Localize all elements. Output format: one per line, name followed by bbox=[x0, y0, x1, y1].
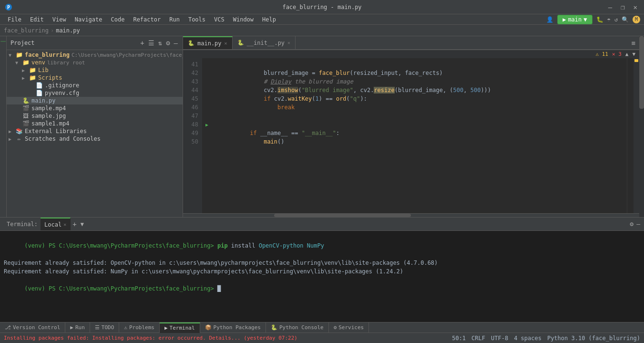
terminal-settings-icon[interactable]: ⚙ bbox=[630, 220, 634, 228]
menu-vcs[interactable]: VCS bbox=[210, 15, 228, 24]
error-badge: ✕ 3 bbox=[612, 51, 622, 57]
tree-label-face-blurring: face_blurring bbox=[25, 52, 70, 58]
menu-run[interactable]: Run bbox=[165, 15, 184, 24]
terminal-line-2: Requirement already satisfied: OpenCV-py… bbox=[4, 259, 640, 267]
python-console-icon: 🐍 bbox=[271, 324, 277, 331]
menu-file[interactable]: File bbox=[4, 15, 25, 24]
editor-tabs-menu-icon[interactable]: ≡ bbox=[632, 39, 635, 47]
tab-init-py-close[interactable]: ✕ bbox=[287, 40, 290, 45]
reload-icon[interactable]: ↺ bbox=[614, 16, 618, 23]
interpreter-info[interactable]: Python 3.10 (face_blurring) bbox=[547, 335, 640, 342]
code-line-48: if __name__ == "__main__": bbox=[215, 120, 623, 129]
terminal-content[interactable]: (venv) PS C:\Users\mwang\PycharmProjects… bbox=[0, 231, 644, 322]
editor-hscrollbar[interactable] bbox=[183, 213, 639, 217]
line-ending[interactable]: CRLF bbox=[471, 335, 485, 342]
editor-vscroll-thumb[interactable] bbox=[639, 36, 644, 109]
terminal-tab-label: Terminal: bbox=[4, 221, 41, 228]
tab-init-py[interactable]: 🐍 __init__.py ✕ bbox=[233, 36, 296, 49]
indent-info[interactable]: 4 spaces bbox=[514, 335, 542, 342]
minimap-strip bbox=[634, 58, 639, 213]
close-button[interactable]: ✕ bbox=[632, 3, 639, 11]
sidebar-collapse-icon[interactable]: ⇅ bbox=[157, 38, 163, 48]
video-file-icon: 🎬 bbox=[22, 105, 30, 112]
cursor-position: 50:1 bbox=[452, 335, 466, 342]
tab-services[interactable]: ⚙ Services bbox=[329, 322, 369, 333]
menu-tools[interactable]: Tools bbox=[184, 15, 209, 24]
prev-warning-icon[interactable]: ▲ bbox=[625, 51, 629, 57]
sidebar-settings-icon[interactable]: ⚙ bbox=[165, 38, 171, 48]
tree-item-main-py[interactable]: 🐍 main.py bbox=[7, 97, 183, 104]
tree-item-external-libraries[interactable]: ▶ 📚 External Libraries bbox=[7, 127, 183, 135]
tree-item-lib[interactable]: ▶ 📁 Lib bbox=[7, 66, 183, 74]
tab-version-control[interactable]: ⎇ Version Control bbox=[0, 322, 65, 333]
gutter-line-41 bbox=[202, 60, 212, 69]
gutter-line-46 bbox=[202, 103, 212, 112]
coverage-icon[interactable]: ☂ bbox=[607, 16, 611, 23]
menu-window[interactable]: Window bbox=[229, 15, 257, 24]
tab-run[interactable]: ▶ Run bbox=[65, 322, 90, 333]
title-bar: P face_blurring - main.py — ❐ ✕ bbox=[0, 0, 644, 14]
line-num-45: 45 bbox=[183, 94, 198, 103]
editor-vscrollbar[interactable] bbox=[639, 36, 644, 217]
menu-refactor[interactable]: Refactor bbox=[129, 15, 164, 24]
tree-item-face-blurring[interactable]: ▼ 📁 face_blurring C:\Users\mwang\Pycharm… bbox=[7, 51, 183, 59]
debug-icon[interactable]: 🐛 bbox=[596, 16, 603, 23]
tree-item-venv[interactable]: ▼ 📁 venv library root bbox=[7, 59, 183, 66]
next-warning-icon[interactable]: ▼ bbox=[632, 51, 635, 57]
tab-problems[interactable]: ⚠ Problems bbox=[119, 322, 160, 333]
right-margin-gutter bbox=[627, 58, 634, 213]
terminal-add-tab-button[interactable]: + bbox=[71, 220, 78, 228]
folder-icon: 📁 bbox=[29, 67, 36, 73]
tab-python-packages[interactable]: 📦 Python Packages bbox=[200, 322, 266, 333]
warnings-bar: ⚠ 11 ✕ 3 ▲ ▼ bbox=[183, 50, 639, 58]
editor-tabs-right: ≡ bbox=[632, 39, 639, 47]
tree-item-sample1-mp4[interactable]: 🎬 sample1.mp4 bbox=[7, 120, 183, 127]
sidebar-expand-all-icon[interactable]: ☰ bbox=[147, 38, 155, 48]
gutter-line-48[interactable]: ▶ bbox=[202, 120, 212, 129]
tab-python-console[interactable]: 🐍 Python Console bbox=[266, 322, 329, 333]
run-button[interactable]: ▶ main ▼ bbox=[557, 15, 592, 24]
menu-view[interactable]: View bbox=[49, 15, 70, 24]
tab-terminal[interactable]: ▶ Terminal bbox=[160, 322, 200, 333]
maximize-button[interactable]: ❐ bbox=[619, 3, 626, 11]
terminal-dropdown-icon[interactable]: ▼ bbox=[79, 221, 86, 228]
encoding[interactable]: UTF-8 bbox=[491, 335, 508, 342]
line-num-42: 42 bbox=[183, 69, 198, 77]
avatar[interactable]: M bbox=[633, 16, 640, 23]
sidebar-minimize-icon[interactable]: — bbox=[173, 38, 179, 48]
tree-arrow-icon: ▼ bbox=[15, 60, 22, 65]
editor-area: 🐍 main.py ✕ 🐍 __init__.py ✕ ≡ ⚠ 11 ✕ 3 ▲… bbox=[183, 36, 639, 217]
terminal-tab-local-close[interactable]: ✕ bbox=[63, 222, 66, 227]
tree-item-sample-jpg[interactable]: 🖼 sample.jpg bbox=[7, 112, 183, 120]
terminal-tab-local[interactable]: Local ✕ bbox=[41, 218, 71, 230]
tree-item-scratches[interactable]: ▶ ✏ Scratches and Consoles bbox=[7, 135, 183, 143]
editor-hscroll-thumb[interactable] bbox=[274, 214, 411, 217]
menu-edit[interactable]: Edit bbox=[26, 15, 48, 24]
tree-item-pyvenv[interactable]: 📄 pyvenv.cfg bbox=[7, 89, 183, 97]
tab-python-console-label: Python Console bbox=[279, 324, 324, 331]
sidebar-add-icon[interactable]: + bbox=[139, 38, 145, 48]
line-num-49: 49 bbox=[183, 129, 198, 137]
menu-code[interactable]: Code bbox=[107, 15, 129, 24]
scratches-icon: ✏ bbox=[15, 135, 23, 142]
gutter-line-43 bbox=[202, 77, 212, 86]
status-bar-right: 50:1 CRLF UTF-8 4 spaces Python 3.10 (fa… bbox=[452, 335, 640, 342]
tree-item-sample-mp4[interactable]: 🎬 sample.mp4 bbox=[7, 104, 183, 112]
tree-item-scripts[interactable]: ▶ 📁 Scripts bbox=[7, 74, 183, 82]
menu-navigate[interactable]: Navigate bbox=[71, 15, 106, 24]
user-icon[interactable]: 👤 bbox=[546, 16, 553, 23]
tree-label-venv: venv bbox=[31, 59, 45, 66]
file-icon: 📄 bbox=[35, 82, 43, 89]
tab-main-py[interactable]: 🐍 main.py ✕ bbox=[183, 36, 233, 49]
search-icon[interactable]: 🔍 bbox=[622, 16, 629, 23]
code-content[interactable]: blurred_image = face_blur(resized_input,… bbox=[212, 58, 627, 213]
app-logo-icon: P bbox=[5, 3, 12, 11]
title-bar-left: P bbox=[5, 3, 16, 11]
tree-item-gitignore[interactable]: 📄 .gitignore bbox=[7, 82, 183, 89]
minimize-button[interactable]: — bbox=[606, 3, 614, 11]
tab-main-py-close[interactable]: ✕ bbox=[225, 41, 227, 46]
gutter-line-49 bbox=[202, 129, 212, 137]
tab-todo[interactable]: ☰ TODO bbox=[90, 322, 120, 333]
menu-help[interactable]: Help bbox=[258, 15, 280, 24]
terminal-minimize-icon[interactable]: — bbox=[636, 220, 640, 228]
